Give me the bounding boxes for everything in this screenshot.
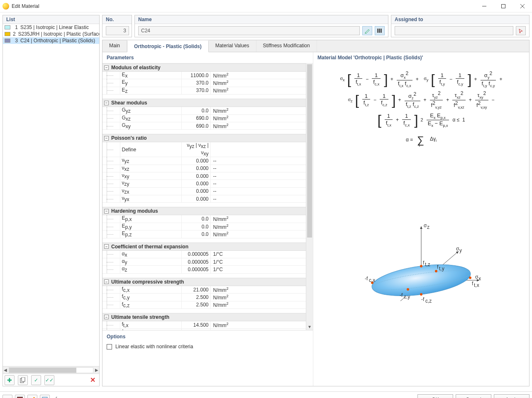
window-title: Edit Material	[12, 3, 39, 9]
app-icon	[2, 3, 9, 10]
svg-text:z: z	[427, 224, 430, 230]
material-list[interactable]: 1S235 | Isotropic | Linear Elastic2S235J…	[3, 24, 99, 366]
param-group-header[interactable]: −Coefficient of thermal expansion	[102, 243, 306, 251]
new-material-button[interactable]: ✚	[5, 375, 15, 385]
list-item[interactable]: 3C24 | Orthotropic | Plastic (Solids)	[3, 37, 99, 44]
param-row[interactable]: fc,y2.500N/mm2	[102, 294, 306, 301]
param-group-header[interactable]: −Hardening modulus	[102, 207, 306, 215]
copy-material-button[interactable]	[18, 375, 28, 385]
apply-button[interactable]: Apply	[494, 394, 530, 398]
units-button[interactable]: 0,00	[2, 395, 12, 398]
param-row[interactable]: fc,z2.500N/mm2	[102, 301, 306, 308]
no-input[interactable]	[106, 26, 129, 35]
svg-text:f: f	[472, 281, 473, 286]
param-row[interactable]: Ep,y0.0N/mm2	[102, 223, 306, 230]
param-row[interactable]: ft,y0.400N/mm2	[102, 329, 306, 330]
list-h-scrollbar[interactable]: ◀ ▶	[3, 366, 99, 374]
svg-text:c,y: c,y	[404, 294, 410, 300]
list-item[interactable]: 2S235JRH | Isotropic | Plastic (Surfaces…	[3, 31, 99, 37]
yield-formula: σx [ 1ft,x − 1fc,x ] + σx2ft,x fc,x + σy…	[317, 64, 525, 152]
param-row[interactable]: νzy0.000--	[102, 180, 306, 187]
param-row[interactable]: νyz0.000--	[102, 157, 306, 165]
check-button[interactable]: ✓	[31, 375, 41, 385]
svg-text:t,x: t,x	[474, 282, 479, 288]
param-row[interactable]: νxy0.000--	[102, 172, 306, 180]
name-label: Name	[135, 15, 388, 24]
tabs: MainOrthotropic - Plastic (Solids)Materi…	[102, 40, 529, 52]
diagram-button[interactable]	[27, 395, 37, 398]
param-row[interactable]: fc,x21.000N/mm2	[102, 286, 306, 294]
param-row[interactable]: Gxy690.0N/mm2	[102, 122, 306, 129]
svg-point-19	[407, 288, 409, 291]
param-row[interactable]: Ez370.0N/mm2	[102, 87, 306, 94]
svg-point-17	[420, 265, 422, 267]
library-button[interactable]	[375, 26, 385, 35]
no-field-box: No.	[102, 15, 132, 37]
yield-surface-diagram: σz σx σy ft,x -fc,x ft,y -fc,y ft,z -fc,…	[317, 156, 525, 383]
svg-text:t,z: t,z	[425, 262, 430, 267]
param-group-header[interactable]: −Ultimate compressive strength	[102, 278, 306, 286]
cancel-button[interactable]: Cancel	[456, 394, 491, 398]
svg-rect-1	[502, 4, 505, 8]
name-field-box: Name	[134, 15, 388, 37]
param-row[interactable]: Gxz690.0N/mm2	[102, 114, 306, 122]
linear-elastic-checkbox[interactable]	[107, 344, 112, 349]
tab[interactable]: Main	[102, 40, 127, 52]
param-group-header[interactable]: −Ultimate tensile strength	[102, 313, 306, 321]
param-group-header[interactable]: −Modulus of elasticity	[102, 63, 306, 72]
no-label: No.	[102, 15, 132, 24]
param-row[interactable]: Ep,z0.0N/mm2	[102, 231, 306, 238]
tab[interactable]: Material Values	[209, 40, 256, 52]
assigned-input[interactable]	[395, 26, 513, 35]
param-group-header[interactable]: −Poisson's ratio	[102, 134, 306, 142]
param-row[interactable]: νzx0.000--	[102, 187, 306, 195]
param-group-header[interactable]: −Shear modulus	[102, 99, 306, 107]
svg-text:-f: -f	[365, 276, 368, 282]
list-item[interactable]: 1S235 | Isotropic | Linear Elastic	[3, 24, 99, 31]
tab[interactable]: Orthotropic - Plastic (Solids)	[127, 40, 209, 52]
parameters-grid[interactable]: −Modulus of elasticityEx11000.0N/mm2Ey37…	[102, 63, 306, 330]
param-row[interactable]: νxz0.000--	[102, 165, 306, 172]
maximize-button[interactable]	[494, 0, 513, 12]
param-row[interactable]: αz0.0000051/°C	[102, 266, 306, 273]
svg-text:σ: σ	[475, 274, 478, 280]
edit-name-button[interactable]	[362, 26, 372, 35]
name-input[interactable]	[138, 26, 360, 35]
close-button[interactable]	[513, 0, 532, 12]
svg-rect-8	[379, 29, 380, 33]
param-row[interactable]: Ex11000.0N/mm2	[102, 72, 306, 79]
swatch-button[interactable]	[15, 395, 25, 398]
svg-rect-7	[377, 29, 378, 33]
svg-rect-5	[22, 377, 25, 381]
parameters-v-scrollbar[interactable]: ▴ ▾	[306, 63, 313, 330]
param-row[interactable]: Ep,x0.0N/mm2	[102, 215, 306, 223]
svg-text:-f: -f	[421, 296, 425, 302]
list-header: List	[3, 15, 99, 24]
parameters-title: Parameters	[102, 52, 313, 63]
param-row[interactable]: αy0.0000051/°C	[102, 258, 306, 266]
param-row[interactable]: Gyz0.0N/mm2	[102, 107, 306, 114]
svg-text:y: y	[459, 248, 462, 253]
minimize-button[interactable]	[475, 0, 494, 12]
footer-bar: 0,00 fx OK Cancel Apply	[0, 391, 532, 398]
svg-text:x: x	[478, 276, 481, 282]
assigned-field-box: Assigned to	[391, 15, 530, 37]
delete-material-button[interactable]: ✕	[88, 375, 98, 385]
svg-text:t,y: t,y	[439, 266, 444, 272]
title-bar: Edit Material	[0, 0, 532, 12]
ok-button[interactable]: OK	[417, 394, 453, 398]
fx-button[interactable]: fx	[52, 395, 62, 398]
tab[interactable]: Stiffness Modification	[256, 40, 317, 52]
param-row[interactable]: Defineνyz | νxz | νxy	[102, 142, 306, 157]
options-title: Options	[107, 334, 309, 340]
svg-text:σ: σ	[456, 246, 459, 252]
check-all-button[interactable]: ✓✓	[44, 375, 54, 385]
param-row[interactable]: Ey370.0N/mm2	[102, 79, 306, 87]
param-row[interactable]: ft,x14.500N/mm2	[102, 321, 306, 329]
param-row[interactable]: αx0.0000051/°C	[102, 251, 306, 258]
info-button[interactable]	[40, 395, 50, 398]
linear-elastic-label: Linear elastic with nonlinear criteria	[115, 344, 193, 349]
pick-assigned-button[interactable]	[516, 26, 526, 35]
param-row[interactable]: νyx0.000--	[102, 195, 306, 203]
svg-text:c,z: c,z	[425, 298, 432, 304]
